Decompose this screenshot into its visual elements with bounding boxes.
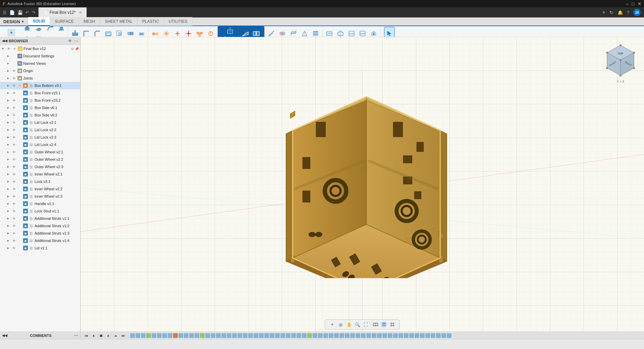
- navigation-cube[interactable]: TOP RIGHT FRONT X Y Z: [604, 44, 637, 77]
- timeline-marker[interactable]: [372, 333, 376, 338]
- expand-inner-wheel-2[interactable]: ►: [7, 187, 11, 191]
- timeline-marker[interactable]: [136, 333, 140, 338]
- vis-handle-1[interactable]: 👁: [12, 201, 16, 206]
- vis-lock-1[interactable]: 👁: [12, 179, 16, 184]
- timeline-marker[interactable]: [130, 333, 135, 338]
- timeline-marker[interactable]: [436, 333, 441, 338]
- app-menu-icon[interactable]: ☰: [3, 10, 7, 15]
- help-icon[interactable]: ?: [627, 10, 629, 15]
- timeline-marker[interactable]: [366, 333, 371, 338]
- browser-item-outer-wheel-3[interactable]: ► 👁 ▣ ⛓ Outer Wheel v2:3: [0, 163, 80, 170]
- timeline-play-back-button[interactable]: ⏹: [98, 333, 104, 339]
- timeline-marker[interactable]: [382, 333, 387, 338]
- timeline-marker[interactable]: [254, 333, 258, 338]
- timeline-marker[interactable]: [270, 333, 274, 338]
- expand-lid-lock-2[interactable]: ►: [7, 128, 11, 132]
- expand-additional-struts-3[interactable]: ►: [7, 232, 11, 235]
- browser-item-additional-struts-4[interactable]: ► 👁 ▣ ⛓ Additional Struts v1:4: [0, 237, 80, 244]
- timeline-marker[interactable]: [388, 333, 392, 338]
- expand-lid-lock-1[interactable]: ►: [7, 121, 11, 124]
- timeline-marker[interactable]: [393, 333, 398, 338]
- origin-vis[interactable]: 👁: [12, 68, 16, 73]
- vis-box-side-1[interactable]: 👁: [12, 105, 16, 110]
- expand-inner-wheel-3[interactable]: ►: [7, 195, 11, 198]
- minimize-button[interactable]: –: [626, 1, 628, 6]
- expand-lid-1[interactable]: ►: [7, 246, 11, 250]
- timeline-marker[interactable]: [398, 333, 403, 338]
- timeline-marker[interactable]: [168, 333, 172, 338]
- expand-box-front-2[interactable]: ►: [7, 99, 11, 102]
- add-tab-button[interactable]: +: [602, 9, 605, 15]
- named-views-expand[interactable]: ►: [7, 62, 11, 65]
- timeline-marker[interactable]: [264, 333, 269, 338]
- browser-item-outer-wheel-1[interactable]: ► 👁 ▣ ⛓ Outer Wheel v2:1: [0, 148, 80, 156]
- box-bottom-vis[interactable]: 👁: [12, 83, 16, 88]
- browser-item-inner-wheel-2[interactable]: ► 👁 ▣ ⛓ Inner Wheel v2:2: [0, 185, 80, 193]
- timeline-marker[interactable]: [291, 333, 296, 338]
- browser-item-box-side-1[interactable]: ► 👁 ▣ ⛓ Box Side v6:1: [0, 104, 80, 111]
- expand-lock-1[interactable]: ►: [7, 180, 11, 183]
- viewport[interactable]: TOP RIGHT FRONT X Y Z ⌖ ◎ ✋ 🔍 ⛶: [80, 37, 644, 339]
- timeline-marker[interactable]: [259, 333, 264, 338]
- browser-item-additional-struts-3[interactable]: ► 👁 ▣ ⛓ Additional Struts v1:3: [0, 230, 80, 237]
- timeline-marker[interactable]: [307, 333, 312, 338]
- browser-item-lid-lock-1[interactable]: ► 👁 ▣ ⛓ Lid Lock v2:1: [0, 119, 80, 126]
- timeline-marker[interactable]: [415, 333, 419, 338]
- browser-item-lid-lock-4[interactable]: ► 👁 ▣ ⛓ Lid Lock v2:4: [0, 141, 80, 148]
- expand-box-front-1[interactable]: ►: [7, 91, 11, 95]
- vis-inner-wheel-2[interactable]: 👁: [12, 187, 16, 191]
- look-around-button[interactable]: ◎: [337, 321, 344, 328]
- timeline-next-button[interactable]: ⏶: [113, 333, 119, 339]
- timeline-marker[interactable]: [313, 333, 317, 338]
- timeline-marker[interactable]: [447, 333, 451, 338]
- timeline-marker[interactable]: [141, 333, 146, 338]
- expand-additional-struts-1[interactable]: ►: [7, 217, 11, 220]
- vis-box-front-2[interactable]: 👁: [12, 98, 16, 103]
- timeline-marker[interactable]: [280, 333, 285, 338]
- browser-origin[interactable]: ► 👁 📁 Origin: [0, 67, 80, 74]
- expand-additional-struts-2[interactable]: ►: [7, 224, 11, 228]
- extrude-button[interactable]: [22, 24, 33, 33]
- browser-item-box-front-1[interactable]: ► 👁 ▣ ⛓ Box Front v15:1: [0, 89, 80, 97]
- timeline-marker-active[interactable]: [173, 333, 178, 338]
- root-visibility-icon[interactable]: 👁: [6, 46, 11, 51]
- timeline-marker[interactable]: [237, 333, 242, 338]
- browser-item-inner-wheel-3[interactable]: ► 👁 ▣ ⛓ Inner Wheel v2:3: [0, 193, 80, 200]
- vis-lid-lock-4[interactable]: 👁: [12, 142, 16, 147]
- vis-additional-struts-1[interactable]: 👁: [12, 216, 16, 221]
- zoom-fit-button[interactable]: ⛶: [362, 321, 370, 328]
- section-view-button[interactable]: [372, 321, 379, 328]
- display-mode-button[interactable]: [380, 321, 388, 328]
- revolve-button[interactable]: [33, 24, 44, 33]
- expand-lid-lock-4[interactable]: ►: [7, 143, 11, 146]
- expand-box-side-1[interactable]: ►: [7, 106, 11, 109]
- browser-more-icon[interactable]: ⋯: [74, 39, 78, 43]
- timeline-marker[interactable]: [441, 333, 446, 338]
- timeline-marker[interactable]: [420, 333, 425, 338]
- timeline-marker[interactable]: [221, 333, 226, 338]
- grid-button[interactable]: [389, 321, 396, 328]
- root-expand-arrow[interactable]: ▼: [1, 47, 5, 50]
- expand-outer-wheel-1[interactable]: ►: [7, 150, 11, 154]
- vis-inner-wheel-1[interactable]: 👁: [12, 172, 16, 177]
- timeline-marker[interactable]: [157, 333, 162, 338]
- timeline-marker[interactable]: [146, 333, 151, 338]
- browser-named-views[interactable]: ► 👁 Named Views: [0, 60, 80, 67]
- timeline-first-button[interactable]: ⏮: [83, 333, 89, 339]
- browser-root-item[interactable]: ▼ 👁 ☀ 📁 Final Box v12 ⚙ 📌: [0, 45, 80, 52]
- browser-item-lid-1[interactable]: ► 👁 ▣ ⛓ Lid v1:1: [0, 244, 80, 252]
- browser-box-bottom[interactable]: ► 👁 ☀ ▣ ⛓ Box Bottom v3:1: [0, 82, 80, 89]
- timeline-marker[interactable]: [431, 333, 435, 338]
- root-pin-icon[interactable]: 📌: [75, 47, 79, 51]
- browser-item-lid-lock-3[interactable]: ► 👁 ▣ ⛓ Lid Lock v2:3: [0, 134, 80, 141]
- expand-box-side-2[interactable]: ►: [7, 113, 11, 117]
- browser-item-additional-struts-2[interactable]: ► 👁 ▣ ⛓ Additional Struts v1:2: [0, 222, 80, 230]
- restore-button[interactable]: □: [632, 1, 634, 6]
- pan-button[interactable]: ✋: [345, 321, 353, 328]
- timeline-marker[interactable]: [318, 333, 323, 338]
- timeline-marker[interactable]: [178, 333, 183, 338]
- vis-box-side-2[interactable]: 👁: [12, 113, 16, 117]
- orbit-button[interactable]: ⌖: [329, 321, 336, 328]
- expand-handle-1[interactable]: ►: [7, 202, 11, 205]
- user-avatar[interactable]: JX: [633, 9, 641, 16]
